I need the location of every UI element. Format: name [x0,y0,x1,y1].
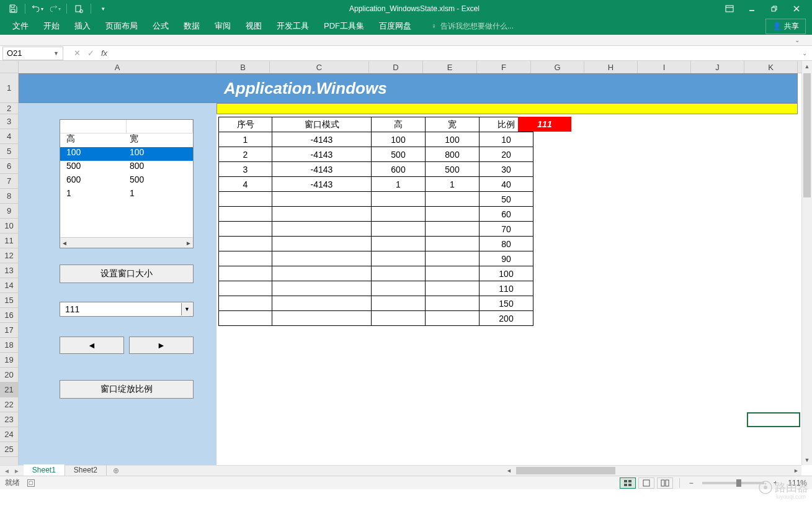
red-value-cell[interactable]: 111 [518,117,571,132]
window-zoom-ratio-button[interactable]: 窗口绽放比例 [60,380,194,399]
listbox-row[interactable]: 100100 [60,147,193,161]
save-button[interactable] [6,2,20,16]
ribbon-tab-PDF工具集[interactable]: PDF工具集 [316,17,372,35]
col-header-K[interactable]: K [744,61,798,73]
zoom-value-combobox[interactable]: 111 ▼ [60,302,194,317]
scroll-down-icon[interactable]: ▼ [802,454,812,465]
name-box[interactable]: O21 ▼ [2,47,63,60]
listbox-hscrollbar[interactable]: ◄► [60,237,193,248]
fx-button[interactable]: fx [98,47,110,60]
sheet-tab-Sheet2[interactable]: Sheet2 [65,464,107,476]
spin-right-button[interactable]: ► [129,337,194,354]
row-header-16[interactable]: 16 [0,308,18,323]
expand-ribbon-icon[interactable]: ⌄ [795,37,800,43]
row-header-9[interactable]: 9 [0,204,18,219]
ribbon-options-button[interactable] [719,2,740,16]
table-row[interactable]: 1-414310010010 [219,132,533,147]
row-header-17[interactable]: 17 [0,323,18,338]
ribbon-tab-文件[interactable]: 文件 [5,17,36,35]
windows-data-table[interactable]: 序号窗口模式高宽比例1-4143100100102-4143500800203-… [218,117,533,326]
combobox-dropdown-icon[interactable]: ▼ [181,303,192,315]
ribbon-tab-数据[interactable]: 数据 [176,17,207,35]
preview-button[interactable] [72,2,86,16]
redo-button[interactable]: ▾ [48,2,61,16]
table-row[interactable]: 4-41431140 [219,177,533,192]
listbox-row[interactable]: 500800 [60,161,193,174]
row-header-14[interactable]: 14 [0,278,18,293]
col-header-B[interactable]: B [216,61,270,73]
col-header-F[interactable]: F [477,61,531,73]
row-header-24[interactable]: 24 [0,427,18,442]
table-header[interactable]: 窗口模式 [272,117,372,132]
row-header-25[interactable]: 25 [0,442,18,457]
table-row[interactable]: 110 [219,281,533,296]
scroll-up-icon[interactable]: ▲ [802,61,812,71]
sheet-tab-Sheet1[interactable]: Sheet1 [24,464,65,476]
table-row[interactable]: 90 [219,251,533,266]
ribbon-tab-百度网盘[interactable]: 百度网盘 [372,17,419,35]
tell-me-search[interactable]: ♀ 告诉我您想要做什么... [431,21,514,32]
row-header-12[interactable]: 12 [0,248,18,263]
title-banner-cell[interactable]: Application.Windows [19,73,798,103]
ribbon-tab-开发工具[interactable]: 开发工具 [269,17,316,35]
col-header-C[interactable]: C [270,61,369,73]
table-row[interactable]: 80 [219,237,533,251]
ribbon-tab-视图[interactable]: 视图 [238,17,269,35]
ribbon-tab-公式[interactable]: 公式 [145,17,176,35]
row-header-22[interactable]: 22 [0,397,18,412]
table-row[interactable]: 100 [219,266,533,281]
close-button[interactable] [786,2,807,16]
cancel-formula-button[interactable]: ✕ [71,47,83,60]
ribbon-tab-审阅[interactable]: 审阅 [207,17,238,35]
scroll-right-icon[interactable]: ► [185,240,192,246]
table-row[interactable]: 3-414360050030 [219,162,533,177]
page-break-view-button[interactable] [657,477,673,489]
col-header-A[interactable]: A [19,61,216,73]
accept-formula-button[interactable]: ✓ [84,47,97,60]
row-header-21[interactable]: 21 [0,382,18,397]
page-layout-view-button[interactable] [638,477,654,489]
ribbon-tab-开始[interactable]: 开始 [36,17,67,35]
zoom-slider[interactable] [702,482,764,484]
row-header-4[interactable]: 4 [0,129,18,144]
size-listbox[interactable]: 高宽 10010050080060050011 ◄► [60,119,194,248]
col-header-I[interactable]: I [638,61,691,73]
zoom-in-button[interactable]: + [770,479,780,487]
row-header-2[interactable]: 2 [0,103,18,114]
row-header-13[interactable]: 13 [0,263,18,278]
col-header-E[interactable]: E [423,61,477,73]
table-header[interactable]: 高 [372,117,426,132]
scroll-left-icon[interactable]: ◄ [504,466,514,476]
row-header-1[interactable]: 1 [0,73,18,103]
col-header-G[interactable]: G [531,61,584,73]
row-header-19[interactable]: 19 [0,353,18,368]
col-header-J[interactable]: J [691,61,744,73]
row-header-10[interactable]: 10 [0,219,18,233]
add-sheet-button[interactable]: ⊕ [107,466,125,475]
table-row[interactable]: 150 [219,296,533,311]
set-window-size-button[interactable]: 设置窗口大小 [60,265,194,283]
hscroll-thumb[interactable] [516,467,615,474]
scroll-left-icon[interactable]: ◄ [61,240,68,246]
row-header-20[interactable]: 20 [0,368,18,382]
table-header[interactable]: 序号 [219,117,272,132]
cells-area[interactable]: Application.Windows 高宽 10010050080060050… [19,73,801,465]
scroll-right-icon[interactable]: ► [791,466,801,476]
select-all-corner[interactable] [0,61,19,73]
macro-record-icon[interactable]: ▢ [27,479,35,487]
formula-input[interactable] [115,47,797,60]
row-header-18[interactable]: 18 [0,338,18,353]
table-header[interactable]: 宽 [426,117,480,132]
vscroll-thumb[interactable] [803,73,811,197]
name-box-dropdown-icon[interactable]: ▼ [53,50,59,57]
share-button[interactable]: 👤 共享 [765,19,806,34]
blue-left-cell[interactable] [19,103,216,114]
zoom-level[interactable]: 111% [788,479,807,487]
table-row[interactable]: 70 [219,222,533,237]
expand-formula-bar-icon[interactable]: ⌄ [797,50,812,57]
undo-button[interactable]: ▾ [30,2,44,16]
ribbon-tab-插入[interactable]: 插入 [67,17,98,35]
restore-button[interactable] [764,2,785,16]
row-header-6[interactable]: 6 [0,159,18,174]
row-header-5[interactable]: 5 [0,144,18,159]
